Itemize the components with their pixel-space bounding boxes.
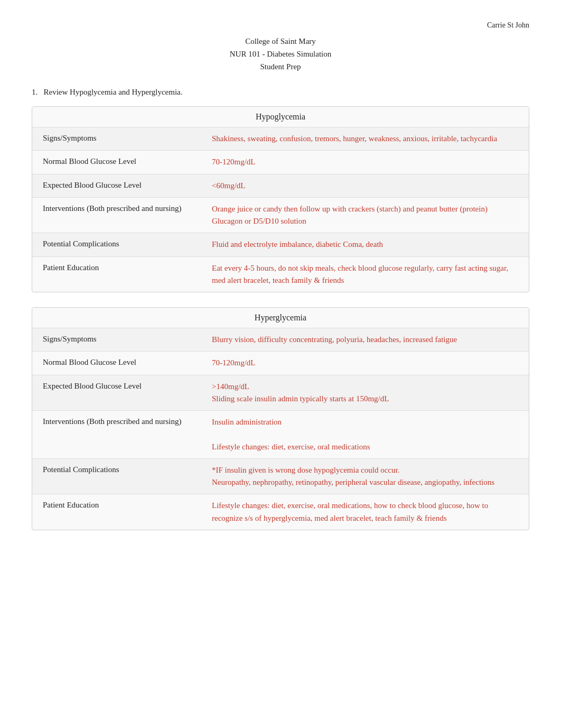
hyper-label-interventions: Interventions (Both prescribed and nursi… — [43, 416, 212, 426]
hyper-value-complications: *IF insulin given is wrong dose hypoglyc… — [212, 464, 518, 489]
hyper-row-education: Patient Education Lifestyle changes: die… — [32, 494, 529, 530]
hyper-row-expected: Expected Blood Glucose Level >140mg/dL S… — [32, 375, 529, 411]
intro-section: 1. Review Hypoglycemia and Hyperglycemia… — [32, 88, 529, 97]
intro-text: Review Hypoglycemia and Hyperglycemia. — [44, 88, 183, 96]
hyper-label-complications: Potential Complications — [43, 464, 212, 474]
hyper-label-expected: Expected Blood Glucose Level — [43, 381, 212, 391]
page-header: College of Saint Mary NUR 101 - Diabetes… — [32, 35, 529, 73]
hypo-value-complications: Fluid and electrolyte imbalance, diabeti… — [212, 238, 518, 251]
hypo-value-education: Eat every 4-5 hours, do not skip meals, … — [212, 262, 518, 287]
hyper-value-signs: Blurry vision, difficulty concentrating,… — [212, 334, 518, 346]
hyper-label-normal: Normal Blood Glucose Level — [43, 357, 212, 367]
hyper-value-education: Lifestyle changes: diet, exercise, oral … — [212, 500, 518, 524]
hyper-row-normal: Normal Blood Glucose Level 70-120mg/dL — [32, 351, 529, 374]
hypo-value-expected: <60mg/dL — [212, 180, 518, 192]
hypo-row-normal: Normal Blood Glucose Level 70-120mg/dL — [32, 150, 529, 173]
hyperglycemia-card: Hyperglycemia Signs/Symptoms Blurry visi… — [32, 307, 529, 530]
hypo-value-normal: 70-120mg/dL — [212, 156, 518, 168]
hypo-row-expected: Expected Blood Glucose Level <60mg/dL — [32, 174, 529, 197]
hyper-value-interventions: Insulin administration Lifestyle changes… — [212, 416, 518, 453]
hypo-value-signs: Shakiness, sweating, confusion, tremors,… — [212, 133, 518, 145]
hypoglycemia-title: Hypoglycemia — [32, 107, 529, 127]
hypo-label-complications: Potential Complications — [43, 238, 212, 248]
header-line3: Student Prep — [32, 60, 529, 73]
hypo-row-interventions: Interventions (Both prescribed and nursi… — [32, 197, 529, 233]
header-line2: NUR 101 - Diabetes Simulation — [32, 48, 529, 60]
hypo-label-normal: Normal Blood Glucose Level — [43, 156, 212, 166]
hypo-label-education: Patient Education — [43, 262, 212, 272]
hyper-row-signs: Signs/Symptoms Blurry vision, difficulty… — [32, 328, 529, 351]
hyper-value-expected: >140mg/dL Sliding scale insulin admin ty… — [212, 381, 518, 406]
hyper-label-signs: Signs/Symptoms — [43, 334, 212, 344]
hypoglycemia-card: Hypoglycemia Signs/Symptoms Shakiness, s… — [32, 106, 529, 292]
hyperglycemia-title: Hyperglycemia — [32, 308, 529, 328]
intro-number: 1. — [32, 88, 38, 96]
hypo-row-signs: Signs/Symptoms Shakiness, sweating, conf… — [32, 127, 529, 150]
hyper-row-interventions: Interventions (Both prescribed and nursi… — [32, 410, 529, 458]
hypo-row-education: Patient Education Eat every 4-5 hours, d… — [32, 256, 529, 292]
hypo-row-complications: Potential Complications Fluid and electr… — [32, 233, 529, 256]
hyper-row-complications: Potential Complications *IF insulin give… — [32, 458, 529, 494]
hypo-value-interventions: Orange juice or candy then follow up wit… — [212, 203, 518, 228]
hypo-label-interventions: Interventions (Both prescribed and nursi… — [43, 203, 212, 213]
hypo-label-expected: Expected Blood Glucose Level — [43, 180, 212, 190]
hypo-label-signs: Signs/Symptoms — [43, 133, 212, 143]
hyper-label-education: Patient Education — [43, 500, 212, 510]
hyper-value-normal: 70-120mg/dL — [212, 357, 518, 369]
header-line1: College of Saint Mary — [32, 35, 529, 48]
author-name: Carrie St John — [32, 21, 529, 30]
